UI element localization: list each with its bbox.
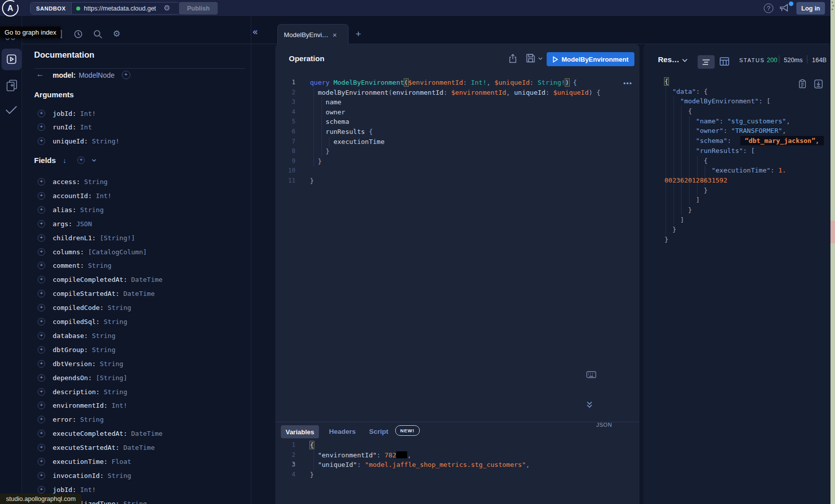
code-line[interactable]: } <box>664 225 824 235</box>
code-line[interactable]: "runResults": [ <box>664 146 824 156</box>
field-type-link[interactable]: String <box>80 206 104 214</box>
field-row[interactable]: +columns: [CatalogColumn] <box>38 247 147 257</box>
endpoint-settings-icon[interactable]: ⚙ <box>163 5 170 12</box>
add-field-button[interactable]: + <box>38 416 45 423</box>
add-field-button[interactable]: + <box>38 444 45 451</box>
code-line[interactable]: } <box>664 235 824 245</box>
settings-gear-icon[interactable]: ⚙ <box>113 29 120 39</box>
add-field-button[interactable]: + <box>38 486 45 493</box>
login-button[interactable]: Log in <box>796 2 825 15</box>
field-row[interactable]: +executionTime: Float <box>38 457 131 467</box>
fields-add-chevron-icon[interactable] <box>92 159 96 162</box>
add-all-fields-button[interactable]: + <box>77 156 85 164</box>
add-field-button[interactable]: + <box>38 472 45 479</box>
tab-variables[interactable]: Variables <box>281 425 319 438</box>
back-arrow-icon[interactable]: ← <box>36 70 44 79</box>
field-type-link[interactable]: String <box>104 388 127 396</box>
field-type-link[interactable]: Int! <box>96 192 111 200</box>
field-type-link[interactable]: Float <box>111 458 131 465</box>
add-field-button[interactable]: + <box>38 332 45 340</box>
code-line[interactable]: 8 } <box>275 146 600 156</box>
field-row[interactable]: +compiledCode: String <box>38 303 131 313</box>
field-type-link[interactable]: String <box>123 500 147 504</box>
field-type-link[interactable]: DateTime <box>131 430 163 437</box>
add-field-button[interactable]: + <box>38 178 45 186</box>
view-json-toggle-selected[interactable] <box>698 55 715 69</box>
response-menu-chevron-icon[interactable] <box>682 59 688 62</box>
field-type-link[interactable]: [String] <box>96 374 127 382</box>
breadcrumb-type-link[interactable]: ModelNode <box>79 71 115 79</box>
view-table-toggle[interactable] <box>720 57 729 66</box>
code-line[interactable]: 3 name <box>275 97 600 107</box>
keyboard-shortcuts-icon[interactable] <box>586 371 596 378</box>
add-field-button[interactable]: + <box>38 123 45 131</box>
code-line[interactable]: 6 runResults { <box>275 127 600 137</box>
field-row[interactable]: +compileCompletedAt: DateTime <box>38 275 162 285</box>
run-operation-button[interactable]: ModelByEnvironment <box>547 52 634 66</box>
add-field-button[interactable]: + <box>38 318 45 325</box>
code-line[interactable]: "modelByEnvironment": [ <box>664 96 824 106</box>
field-type-link[interactable]: String <box>104 318 127 325</box>
code-line[interactable]: ] <box>664 195 824 205</box>
add-type-button[interactable]: + <box>122 71 130 79</box>
field-type-link[interactable]: Int! <box>111 402 127 409</box>
field-type-link[interactable]: String <box>80 416 104 423</box>
code-line[interactable]: "executionTime": 1. <box>664 165 824 176</box>
field-row[interactable]: +childrenL1: [String!] <box>38 233 135 243</box>
endpoint-url-field[interactable]: https://metadata.cloud.get ⚙ <box>72 3 180 14</box>
save-menu-chevron-icon[interactable] <box>538 57 543 60</box>
code-line[interactable]: 4} <box>275 470 530 480</box>
code-line[interactable]: "data": { <box>664 87 824 97</box>
field-row[interactable]: +access: String <box>38 177 108 187</box>
add-field-button[interactable]: + <box>38 234 45 242</box>
save-icon[interactable] <box>526 54 535 63</box>
code-line[interactable]: "name": "stg_customers", <box>664 116 824 126</box>
field-row[interactable]: +uniqueId: String! <box>38 136 119 146</box>
field-type-link[interactable]: String <box>92 332 115 340</box>
add-field-button[interactable]: + <box>38 248 45 256</box>
field-type-link[interactable]: Int! <box>80 110 96 117</box>
field-type-link[interactable]: DateTime <box>131 276 163 283</box>
help-icon[interactable]: ? <box>764 4 773 13</box>
add-field-button[interactable]: + <box>38 304 45 311</box>
add-field-button[interactable]: + <box>38 430 45 437</box>
field-row[interactable]: +jobId: Int! <box>38 108 96 118</box>
field-type-link[interactable]: String <box>92 346 115 354</box>
field-row[interactable]: +dbtGroup: String <box>38 345 115 355</box>
add-field-button[interactable]: + <box>38 374 45 382</box>
field-row[interactable]: +alias: String <box>38 205 104 215</box>
code-line[interactable]: 9 } <box>275 156 600 166</box>
add-field-button[interactable]: + <box>38 276 45 283</box>
field-row[interactable]: +args: JSON <box>38 219 92 229</box>
field-row[interactable]: +accountId: Int! <box>38 191 111 201</box>
field-type-link[interactable]: String <box>100 360 123 368</box>
code-line[interactable]: 2 modelByEnvironment(environmentId: $env… <box>275 88 600 98</box>
publish-button[interactable]: Publish <box>179 2 218 15</box>
editor-actions-ellipsis[interactable]: ••• <box>623 79 632 87</box>
graphql-editor[interactable]: 1query ModelByEnvironment($environmentId… <box>275 78 600 186</box>
apollo-logo[interactable]: A <box>2 0 19 17</box>
response-json-viewer[interactable]: { "data": { "modelByEnvironment": [ { "n… <box>664 77 824 245</box>
field-row[interactable]: +comment: String <box>38 261 111 271</box>
search-icon[interactable] <box>93 30 102 39</box>
add-field-button[interactable]: + <box>38 388 45 396</box>
code-line[interactable]: ] <box>664 215 824 225</box>
sort-fields-icon[interactable]: ↓ <box>63 156 66 164</box>
add-field-button[interactable]: + <box>38 220 45 228</box>
field-type-link[interactable]: DateTime <box>123 290 155 297</box>
field-row[interactable]: +executeCompletedAt: DateTime <box>38 429 162 439</box>
field-row[interactable]: +invocationId: String <box>38 470 131 480</box>
code-line[interactable]: 4 owner <box>275 107 600 117</box>
add-field-button[interactable]: + <box>38 206 45 214</box>
code-line[interactable]: { <box>664 156 824 166</box>
code-line[interactable]: "schema": “dbt_mary_jackson”, <box>664 136 824 146</box>
code-line[interactable]: 1{ <box>275 440 530 450</box>
field-type-link[interactable]: String <box>84 178 108 186</box>
share-icon[interactable] <box>509 54 517 63</box>
code-line[interactable]: } <box>664 205 824 215</box>
tab-close-icon[interactable]: × <box>332 31 337 39</box>
field-row[interactable]: +compileStartedAt: DateTime <box>38 289 155 299</box>
code-line[interactable]: { <box>664 106 824 116</box>
add-field-button[interactable]: + <box>38 110 45 117</box>
field-type-link[interactable]: [CatalogColumn] <box>88 248 146 256</box>
